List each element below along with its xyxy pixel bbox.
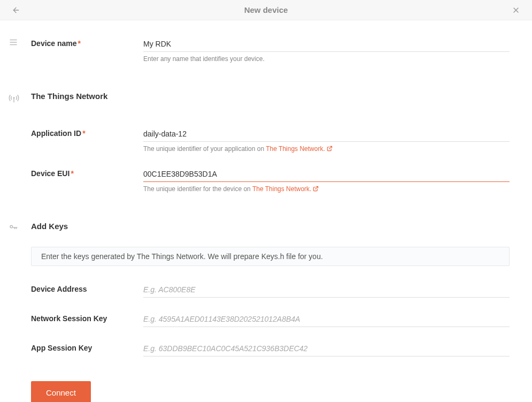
external-link-icon [327, 146, 333, 151]
device-address-label: Device Address [31, 282, 143, 293]
external-link-icon [313, 186, 319, 192]
device-name-input[interactable] [143, 36, 510, 52]
device-eui-input[interactable] [143, 166, 510, 182]
section-icon-col [9, 36, 31, 77]
hint-text: The unique identifier for the device on [143, 185, 252, 193]
section-icon-col [9, 222, 31, 370]
keys-fields: Device Address Network Session Key [31, 282, 523, 357]
device-eui-row: Device EUI* The unique identifier for th… [31, 166, 523, 193]
device-name-row: Device name* Enter any name that identif… [31, 36, 523, 63]
svg-line-9 [315, 186, 318, 189]
app-session-key-label: App Session Key [31, 341, 143, 352]
ttn-section-title: The Things Network [31, 92, 523, 101]
label-text: Device Address [31, 285, 87, 293]
device-name-hint: Enter any name that identifies your devi… [143, 55, 510, 63]
label-text: Network Session Key [31, 314, 107, 323]
device-eui-hint: The unique identifier for the device on … [143, 185, 510, 193]
arrow-left-icon [12, 6, 20, 14]
ttn-link[interactable]: The Things Network. [266, 145, 333, 153]
svg-point-6 [13, 97, 14, 98]
device-address-input[interactable] [143, 282, 510, 298]
input-col: Enter any name that identifies your devi… [143, 36, 523, 63]
input-col [143, 282, 523, 298]
network-session-key-input[interactable] [143, 312, 510, 327]
modal-header: New device [0, 0, 532, 20]
application-id-hint: The unique identifier of your applicatio… [143, 145, 510, 153]
label-text: Application ID [31, 129, 81, 138]
link-text: The Things Network. [252, 185, 312, 193]
device-eui-label: Device EUI* [31, 166, 143, 178]
device-address-row: Device Address [31, 282, 523, 298]
app-session-key-input[interactable] [143, 341, 510, 357]
required-asterisk: * [71, 169, 73, 178]
svg-line-8 [329, 146, 331, 149]
connect-button[interactable]: Connect [31, 381, 91, 402]
network-session-key-row: Network Session Key [31, 312, 523, 327]
fields-col: Add Keys Enter the keys generated by The… [31, 222, 523, 370]
device-name-label: Device name* [31, 36, 143, 48]
ttn-section: The Things Network Application ID* The u… [0, 92, 532, 207]
input-col: The unique identifier of your applicatio… [143, 126, 523, 153]
close-icon [512, 6, 520, 14]
network-session-key-label: Network Session Key [31, 312, 143, 323]
input-col [143, 341, 523, 357]
fields-col: The Things Network Application ID* The u… [31, 92, 523, 207]
app-session-key-row: App Session Key [31, 341, 523, 357]
input-col: The unique identifier for the device on … [143, 166, 523, 193]
modal-content: Device name* Enter any name that identif… [0, 20, 532, 402]
list-icon [9, 37, 18, 47]
device-name-section: Device name* Enter any name that identif… [0, 36, 532, 77]
application-id-label: Application ID* [31, 126, 143, 138]
application-id-input[interactable] [143, 126, 510, 142]
label-text: App Session Key [31, 344, 92, 352]
link-text: The Things Network. [266, 145, 325, 153]
back-button[interactable] [11, 5, 21, 16]
input-col [143, 312, 523, 327]
key-icon [9, 223, 18, 232]
antenna-icon [9, 93, 19, 103]
hint-text: The unique identifier of your applicatio… [143, 145, 266, 153]
required-asterisk: * [82, 129, 85, 138]
keys-section: Add Keys Enter the keys generated by The… [0, 222, 532, 370]
header-title: New device [21, 5, 511, 14]
application-id-row: Application ID* The unique identifier of… [31, 126, 523, 153]
label-text: Device EUI [31, 169, 70, 178]
ttn-link[interactable]: The Things Network. [252, 185, 319, 193]
keys-section-title: Add Keys [31, 222, 523, 231]
close-button[interactable] [511, 5, 521, 16]
label-text: Device name [31, 39, 77, 48]
fields-col: Device name* Enter any name that identif… [31, 36, 523, 77]
required-asterisk: * [78, 39, 81, 48]
section-icon-col [9, 92, 31, 207]
keys-info-banner: Enter the keys generated by The Things N… [31, 247, 510, 266]
